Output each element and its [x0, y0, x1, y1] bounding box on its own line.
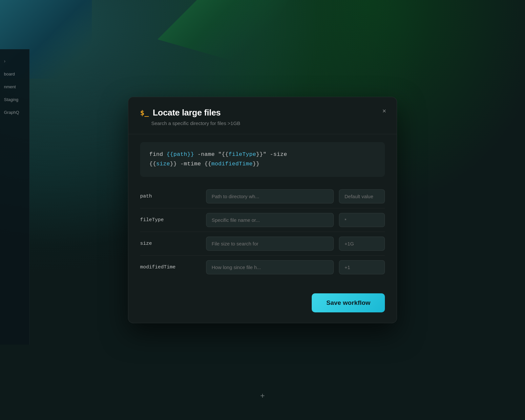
- close-button[interactable]: ×: [381, 106, 388, 116]
- code-text-mtime: }} -mtime {{: [170, 161, 211, 167]
- modal-title: Locate large files: [153, 108, 221, 118]
- param-row-path: path: [140, 185, 385, 208]
- param-row-size: size: [140, 232, 385, 256]
- code-preview: find {{path}} -name "{{fileType}}" -size…: [140, 142, 385, 177]
- code-var-size: size: [156, 161, 170, 167]
- param-default-size[interactable]: [339, 237, 385, 251]
- param-name-filetype: fileType: [140, 217, 201, 223]
- param-input-filetype[interactable]: [206, 213, 334, 227]
- code-text-name: -name "{{: [194, 151, 229, 158]
- param-name-size: size: [140, 241, 201, 246]
- code-var-path: {{path}}: [167, 151, 194, 158]
- code-text-size-label: }}" -size: [256, 151, 287, 158]
- terminal-icon: $_: [140, 109, 149, 117]
- code-var-filetype: fileType: [229, 151, 256, 158]
- param-input-size[interactable]: [206, 237, 334, 251]
- params-section: path fileType size modifiedTime: [128, 185, 397, 288]
- param-name-modifiedtime: modifiedTime: [140, 264, 201, 270]
- modal-footer: Save workflow: [128, 288, 397, 323]
- param-default-path[interactable]: [339, 189, 385, 203]
- code-text-find: find: [149, 151, 167, 158]
- param-default-modifiedtime[interactable]: [339, 260, 385, 274]
- save-workflow-button[interactable]: Save workflow: [312, 293, 385, 312]
- param-row-filetype: fileType: [140, 208, 385, 232]
- code-var-size-open: {{: [149, 161, 156, 167]
- modal-subtitle: Search a specific directory for files >1…: [151, 120, 385, 126]
- param-name-path: path: [140, 194, 201, 199]
- code-text-close: }}: [253, 161, 260, 167]
- modal-backdrop: $_ Locate large files Search a specific …: [0, 0, 525, 420]
- code-var-modifiedtime: modifiedTime: [211, 161, 253, 167]
- param-row-modifiedtime: modifiedTime: [140, 256, 385, 279]
- param-default-filetype[interactable]: [339, 213, 385, 227]
- locate-large-files-modal: $_ Locate large files Search a specific …: [128, 97, 397, 323]
- modal-title-row: $_ Locate large files: [140, 108, 385, 118]
- param-input-modifiedtime[interactable]: [206, 260, 334, 274]
- param-input-path[interactable]: [206, 189, 334, 203]
- modal-header: $_ Locate large files Search a specific …: [128, 97, 397, 134]
